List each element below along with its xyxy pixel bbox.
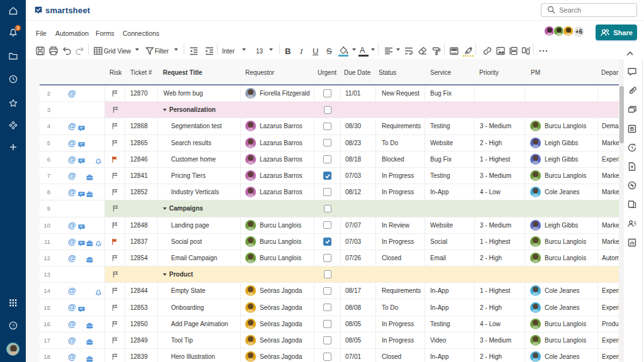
svg-text:?: ?: [11, 323, 14, 329]
svg-text:B: B: [630, 126, 635, 132]
